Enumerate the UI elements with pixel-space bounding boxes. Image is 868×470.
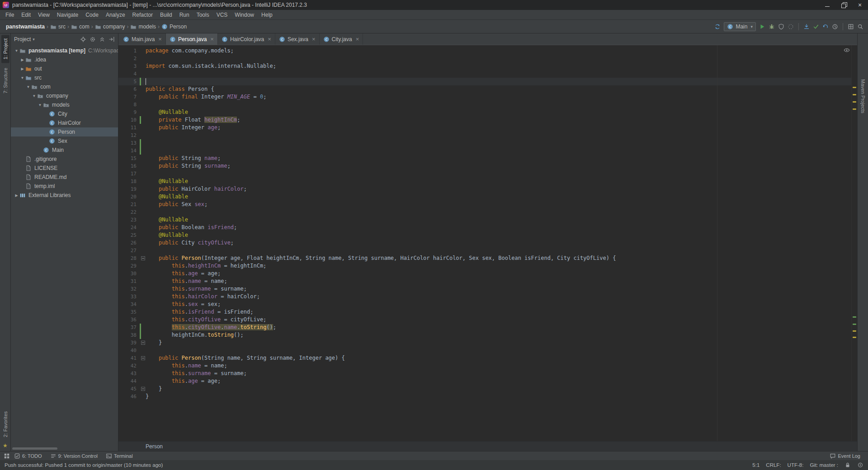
menu-tools[interactable]: Tools xyxy=(193,10,213,20)
tree-item-out[interactable]: ▶out xyxy=(11,64,118,73)
tree-item-external-libraries[interactable]: ▶External Libraries xyxy=(11,191,118,200)
fold-marker-icon[interactable] xyxy=(141,341,145,345)
tree-item-panstwamiasta-temp[interactable]: ▼panstwamiasta [temp]C:\Workspace\panstw… xyxy=(11,46,118,55)
update-project-icon[interactable] xyxy=(803,24,810,30)
line-number[interactable]: 38 xyxy=(118,331,137,339)
line-number[interactable]: 13 xyxy=(118,139,137,147)
line-number[interactable]: 4 xyxy=(118,70,137,78)
line-number[interactable]: 17 xyxy=(118,170,137,178)
toolwindow-switcher-icon[interactable] xyxy=(4,453,10,459)
breadcrumb-panstwamiasta[interactable]: panstwamiasta xyxy=(5,23,46,31)
line-number[interactable]: 3 xyxy=(118,62,137,70)
chevron-expanded-icon[interactable]: ▼ xyxy=(14,49,19,53)
line-number[interactable]: 39 xyxy=(118,339,137,347)
search-everywhere-icon[interactable] xyxy=(857,24,863,30)
profiler-icon[interactable] xyxy=(788,24,794,30)
line-number[interactable]: 24 xyxy=(118,224,137,231)
line-number[interactable]: 41 xyxy=(118,354,137,362)
chevron-collapsed-icon[interactable]: ▶ xyxy=(19,67,25,71)
commit-changes-icon[interactable] xyxy=(813,24,819,30)
line-number[interactable]: 6 xyxy=(118,85,137,93)
notifications-icon[interactable] xyxy=(857,462,863,468)
locate-icon[interactable] xyxy=(80,36,86,42)
project-panel-title-wrap[interactable]: Project ▾ xyxy=(14,36,35,42)
line-number[interactable]: 40 xyxy=(118,347,137,354)
restore-button[interactable] xyxy=(835,0,852,10)
coverage-icon[interactable] xyxy=(778,24,784,30)
tree-item-com[interactable]: ▼com xyxy=(11,82,118,91)
tool-button-terminal[interactable]: Terminal xyxy=(102,451,137,460)
line-number[interactable]: 42 xyxy=(118,362,137,370)
menu-build[interactable]: Build xyxy=(156,10,176,20)
sync-icon[interactable] xyxy=(714,24,721,30)
line-number[interactable]: 34 xyxy=(118,301,137,308)
line-number[interactable]: 10 xyxy=(118,116,137,124)
breadcrumb-models[interactable]: models xyxy=(129,23,157,31)
line-number[interactable]: 2 xyxy=(118,55,137,62)
horizontal-scrollbar[interactable] xyxy=(12,447,57,450)
window-grid-icon[interactable] xyxy=(848,24,854,30)
minimize-button[interactable] xyxy=(819,0,835,10)
line-number[interactable]: 11 xyxy=(118,124,137,132)
menu-run[interactable]: Run xyxy=(176,10,193,20)
line-number[interactable]: 26 xyxy=(118,239,137,247)
line-number[interactable]: 36 xyxy=(118,316,137,324)
breadcrumb[interactable]: Person xyxy=(146,443,163,450)
fold-marker-icon[interactable] xyxy=(141,256,145,260)
tree-item-sex[interactable]: CSex xyxy=(11,136,118,146)
tab-sex-java[interactable]: CSex.java× xyxy=(275,33,320,45)
line-number[interactable]: 37 xyxy=(118,324,137,331)
tree-item-license[interactable]: LICENSE xyxy=(11,164,118,173)
line-number[interactable]: 32 xyxy=(118,285,137,293)
menu-navigate[interactable]: Navigate xyxy=(53,10,82,20)
tree-item-models[interactable]: ▼models xyxy=(11,100,118,109)
line-number[interactable]: 20 xyxy=(118,193,137,201)
revert-icon[interactable] xyxy=(822,24,829,30)
chevron-expanded-icon[interactable]: ▼ xyxy=(37,103,43,107)
menu-vcs[interactable]: VCS xyxy=(213,10,231,20)
chevron-expanded-icon[interactable]: ▼ xyxy=(31,94,37,98)
fold-marker-icon[interactable] xyxy=(141,356,145,360)
menu-file[interactable]: File xyxy=(2,10,18,20)
tree-item-haircolor[interactable]: CHairColor xyxy=(11,118,118,127)
close-button[interactable]: × xyxy=(852,0,868,10)
tree-item-company[interactable]: ▼company xyxy=(11,91,118,100)
fold-marker-icon[interactable] xyxy=(141,387,145,391)
line-number[interactable]: 30 xyxy=(118,270,137,277)
tool-button-2-favorites[interactable]: 2: Favorites xyxy=(1,408,9,441)
close-tab-icon[interactable]: × xyxy=(312,36,316,42)
tool-button-maven-projects[interactable]: Maven Projects xyxy=(859,75,867,117)
line-number[interactable]: 22 xyxy=(118,208,137,216)
debug-icon[interactable] xyxy=(769,24,775,30)
menu-window[interactable]: Window xyxy=(231,10,258,20)
line-number[interactable]: 7 xyxy=(118,93,137,101)
tab-person-java[interactable]: CPerson.java× xyxy=(166,33,218,45)
file-encoding[interactable]: UTF-8: xyxy=(788,462,804,468)
tab-main-java[interactable]: CMain.java× xyxy=(119,33,166,45)
line-number[interactable]: 31 xyxy=(118,277,137,285)
chevron-expanded-icon[interactable]: ▼ xyxy=(25,85,31,89)
line-number[interactable]: 14 xyxy=(118,147,137,155)
tool-button-6-todo[interactable]: 6: TODO xyxy=(10,451,46,460)
line-number[interactable]: 27 xyxy=(118,247,137,254)
tree-item-temp-iml[interactable]: temp.iml xyxy=(11,182,118,191)
breadcrumb-src[interactable]: src xyxy=(49,23,67,31)
line-number[interactable]: 18 xyxy=(118,178,137,185)
line-number[interactable]: 33 xyxy=(118,293,137,301)
menu-refactor[interactable]: Refactor xyxy=(129,10,156,20)
tree-item-readme-md[interactable]: README.md xyxy=(11,173,118,182)
breadcrumb-com[interactable]: com xyxy=(70,23,91,31)
line-separator[interactable]: CRLF: xyxy=(766,462,781,468)
caret-position[interactable]: 5:1 xyxy=(752,462,760,468)
line-number[interactable]: 28 xyxy=(118,254,137,262)
tree-item-main[interactable]: CMain xyxy=(11,146,118,155)
line-number[interactable]: 8 xyxy=(118,101,137,108)
chevron-collapsed-icon[interactable]: ▶ xyxy=(14,193,19,197)
line-number[interactable]: 29 xyxy=(118,262,137,270)
chevron-expanded-icon[interactable]: ▼ xyxy=(19,76,25,80)
line-number[interactable]: 19 xyxy=(118,185,137,193)
breadcrumb-company[interactable]: company xyxy=(94,23,127,31)
menu-edit[interactable]: Edit xyxy=(18,10,34,20)
tree-item-person[interactable]: CPerson xyxy=(11,127,118,136)
chevron-collapsed-icon[interactable]: ▶ xyxy=(19,58,25,62)
